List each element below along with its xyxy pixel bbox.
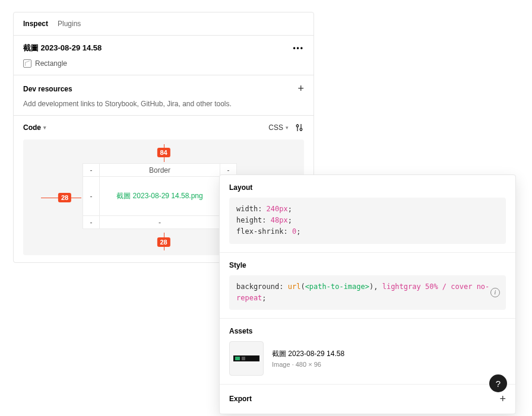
tabs: Inspect Plugins <box>14 12 314 36</box>
box-model-grid: - Border - - 截圖 2023-08-29 14.58.png - -… <box>83 163 237 229</box>
add-export-icon[interactable]: + <box>499 393 506 405</box>
code-label[interactable]: Code ▾ <box>23 123 46 132</box>
asset-thumbnail <box>229 341 264 376</box>
layout-label: Layout <box>229 183 506 192</box>
svg-point-2 <box>296 125 299 127</box>
layer-type-label: Rectangle <box>35 59 67 68</box>
asset-dimensions: Image · 480 × 96 <box>272 361 344 368</box>
measure-bottom: 28 <box>157 237 170 247</box>
settings-sliders-icon[interactable] <box>294 123 304 132</box>
layer-title: 截圖 2023-08-29 14.58 <box>23 43 102 53</box>
properties-panel: Layout width: 240px; height: 48px; flex-… <box>219 174 516 414</box>
help-button[interactable]: ? <box>489 374 507 392</box>
export-section: Export + <box>220 385 515 414</box>
layer-type: Rectangle <box>23 59 304 68</box>
more-icon[interactable]: ••• <box>293 44 304 52</box>
code-lang-select[interactable]: CSS ▾ <box>268 123 289 132</box>
chevron-down-icon: ▾ <box>286 125 289 131</box>
asset-name: 截圖 2023-08-29 14.58 <box>272 349 344 359</box>
asset-row[interactable]: 截圖 2023-08-29 14.58 Image · 480 × 96 <box>229 341 506 376</box>
measure-left: 28 <box>58 193 71 202</box>
assets-section: Assets 截圖 2023-08-29 14.58 Image · 480 ×… <box>220 319 515 385</box>
border-label: Border <box>100 164 220 177</box>
assets-label: Assets <box>229 327 506 335</box>
style-label: Style <box>229 261 506 269</box>
dev-resources-section: Dev resources + Add development links to… <box>14 75 314 116</box>
style-section: Style background: url(<path-to-image>), … <box>220 253 515 319</box>
layout-code[interactable]: width: 240px; height: 48px; flex-shrink:… <box>229 198 506 244</box>
image-icon <box>23 59 31 68</box>
info-icon[interactable]: i <box>490 288 500 297</box>
tab-plugins[interactable]: Plugins <box>58 20 81 28</box>
dev-resources-desc: Add development links to Storybook, GitH… <box>23 100 304 108</box>
layout-section: Layout width: 240px; height: 48px; flex-… <box>220 175 515 253</box>
style-code[interactable]: background: url(<path-to-image>), lightg… <box>229 275 506 310</box>
tab-inspect[interactable]: Inspect <box>23 20 48 28</box>
chevron-down-icon: ▾ <box>43 125 46 131</box>
box-model-content: 截圖 2023-08-29 14.58.png <box>100 177 220 216</box>
svg-point-3 <box>300 128 302 131</box>
add-dev-resource-icon[interactable]: + <box>297 82 304 95</box>
export-label: Export <box>229 395 252 403</box>
dev-resources-title: Dev resources <box>23 85 72 93</box>
layer-section: 截圖 2023-08-29 14.58 ••• Rectangle <box>14 36 314 75</box>
measure-top: 84 <box>157 148 170 157</box>
